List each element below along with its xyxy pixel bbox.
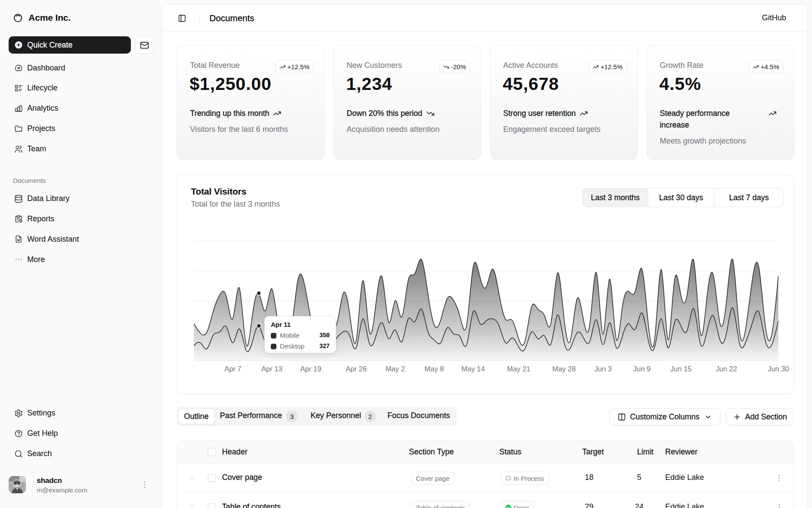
svg-text:Apr 19: Apr 19 bbox=[300, 365, 321, 373]
svg-text:May 21: May 21 bbox=[507, 365, 530, 373]
svg-text:May 8: May 8 bbox=[425, 365, 444, 373]
svg-text:Jun 9: Jun 9 bbox=[633, 365, 650, 373]
svg-text:May 28: May 28 bbox=[552, 365, 576, 373]
svg-text:Apr 26: Apr 26 bbox=[346, 365, 367, 373]
svg-text:Jun 15: Jun 15 bbox=[670, 365, 692, 373]
svg-text:Jun 3: Jun 3 bbox=[594, 365, 612, 373]
svg-text:Apr 13: Apr 13 bbox=[261, 365, 282, 373]
svg-text:Apr 7: Apr 7 bbox=[224, 365, 241, 373]
svg-text:May 2: May 2 bbox=[386, 365, 405, 373]
svg-text:Jun 22: Jun 22 bbox=[716, 365, 737, 373]
svg-text:Jun 30: Jun 30 bbox=[768, 365, 789, 373]
svg-text:May 14: May 14 bbox=[461, 365, 485, 373]
